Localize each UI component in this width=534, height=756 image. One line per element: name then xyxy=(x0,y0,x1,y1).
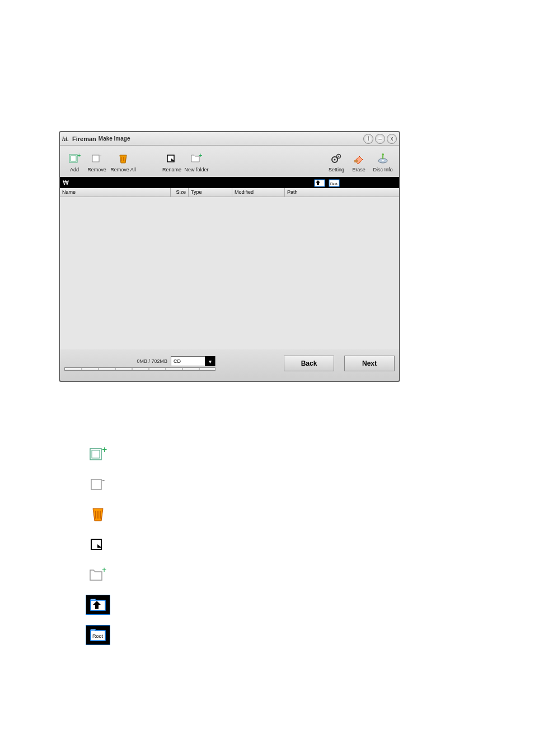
rename-icon xyxy=(166,152,178,165)
media-selected: CD xyxy=(171,358,205,364)
new-folder-label: New folder xyxy=(184,167,208,172)
icon-legend: + - + Root xyxy=(86,444,110,645)
svg-point-17 xyxy=(382,160,384,161)
svg-rect-6 xyxy=(121,157,122,161)
svg-rect-8 xyxy=(125,157,125,161)
next-button[interactable]: Next xyxy=(344,356,395,371)
info-icon: i xyxy=(368,136,369,142)
list-header: Name Size Type Modified Path xyxy=(60,188,399,197)
capacity-meter xyxy=(64,367,216,371)
erase-label: Erase xyxy=(352,167,366,172)
svg-text:-: - xyxy=(102,476,105,484)
disc-info-label: Disc Info xyxy=(373,167,392,172)
window-controls: i – x xyxy=(363,134,397,144)
col-type[interactable]: Type xyxy=(189,188,232,197)
add-icon: + xyxy=(68,152,81,165)
svg-text:Root: Root xyxy=(92,633,104,639)
svg-text:-: - xyxy=(100,153,102,158)
svg-rect-34 xyxy=(92,450,100,458)
brand-title: Fireman xyxy=(72,136,96,142)
legend-folder-root-icon: Root xyxy=(86,625,110,645)
disc-info-icon xyxy=(377,152,389,165)
legend-remove-all-icon xyxy=(86,504,110,524)
path-bar: ₩ Root xyxy=(60,177,399,188)
svg-rect-38 xyxy=(95,511,96,519)
disc-info-button[interactable]: Disc Info xyxy=(370,152,396,172)
svg-rect-40 xyxy=(100,511,101,519)
remove-all-label: Remove All xyxy=(110,167,136,172)
add-label: Add xyxy=(70,167,79,172)
remove-all-icon xyxy=(117,152,129,165)
remove-button[interactable]: - Remove xyxy=(86,152,108,172)
svg-rect-2 xyxy=(71,156,76,161)
col-modified[interactable]: Modified xyxy=(232,188,285,197)
setting-button[interactable]: Setting xyxy=(325,152,348,172)
svg-point-19 xyxy=(382,153,384,156)
svg-text:hL: hL xyxy=(62,136,69,142)
svg-text:Root: Root xyxy=(330,182,338,185)
col-name[interactable]: Name xyxy=(60,188,171,197)
root-path-icon: ₩ xyxy=(62,179,70,186)
svg-text:+: + xyxy=(77,153,81,158)
gear-icon xyxy=(330,152,343,165)
window-subtitle: Make Image xyxy=(99,136,130,142)
erase-button[interactable]: Erase xyxy=(348,152,370,172)
svg-point-14 xyxy=(338,156,339,157)
rename-button[interactable]: Rename xyxy=(161,152,183,172)
legend-remove-icon: - xyxy=(86,474,110,494)
toolbar-group-left: + Add - Remove Remove All xyxy=(63,152,138,172)
new-folder-button[interactable]: + New folder xyxy=(183,152,210,172)
legend-rename-icon xyxy=(86,534,110,554)
make-image-window: hL Fireman Make Image i – x + Add - Remo… xyxy=(59,131,400,382)
file-list[interactable] xyxy=(60,197,399,349)
minimize-icon: – xyxy=(378,136,382,142)
col-path[interactable]: Path xyxy=(285,188,399,197)
legend-folder-up-icon xyxy=(86,595,110,615)
capacity-label: 0MB / 702MB xyxy=(137,358,167,364)
svg-rect-21 xyxy=(315,180,325,186)
svg-text:₩: ₩ xyxy=(63,179,69,186)
bottom-bar: 0MB / 702MB CD ▾ Back Next xyxy=(60,349,399,377)
new-folder-icon: + xyxy=(190,152,203,165)
svg-text:+: + xyxy=(102,446,107,454)
rename-label: Rename xyxy=(162,167,181,172)
toolbar-group-mid: Rename + New folder xyxy=(161,152,210,172)
remove-all-button[interactable]: Remove All xyxy=(108,152,138,172)
back-button[interactable]: Back xyxy=(284,356,334,371)
close-button[interactable]: x xyxy=(387,134,397,144)
minimize-button[interactable]: – xyxy=(375,134,385,144)
nav-buttons: Back Next xyxy=(278,356,395,371)
remove-icon: - xyxy=(91,152,103,165)
svg-text:+: + xyxy=(199,153,202,158)
chevron-down-icon: ▾ xyxy=(205,356,215,366)
toolbar: + Add - Remove Remove All xyxy=(60,146,399,177)
svg-rect-9 xyxy=(167,155,174,162)
info-button[interactable]: i xyxy=(363,134,373,144)
toolbar-group-right: Setting Erase Disc Info xyxy=(325,152,396,172)
brand-logo-icon: hL xyxy=(62,135,71,143)
svg-rect-36 xyxy=(91,479,101,489)
svg-rect-7 xyxy=(123,157,124,161)
title-bar: hL Fireman Make Image i – x xyxy=(60,132,399,146)
col-size[interactable]: Size xyxy=(171,188,189,197)
erase-icon xyxy=(353,152,365,165)
legend-new-folder-icon: + xyxy=(86,564,110,585)
close-icon: x xyxy=(391,136,394,142)
folder-root-button[interactable]: Root xyxy=(329,178,341,187)
svg-rect-41 xyxy=(91,539,101,549)
folder-up-button[interactable] xyxy=(314,178,326,187)
svg-rect-15 xyxy=(354,160,358,162)
add-button[interactable]: + Add xyxy=(63,152,86,172)
svg-rect-18 xyxy=(382,156,383,159)
svg-rect-39 xyxy=(97,511,99,519)
legend-add-icon: + xyxy=(86,444,110,464)
remove-label: Remove xyxy=(87,167,106,172)
svg-point-12 xyxy=(334,159,336,161)
setting-label: Setting xyxy=(329,167,344,172)
svg-rect-4 xyxy=(92,155,99,162)
media-select[interactable]: CD ▾ xyxy=(171,356,216,366)
svg-text:+: + xyxy=(102,567,106,574)
